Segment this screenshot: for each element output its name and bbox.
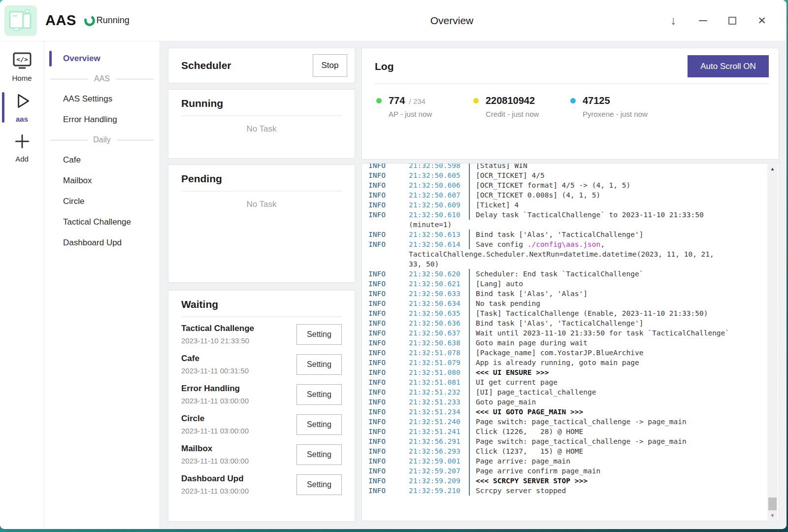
log-message: <<< UI GOTO PAGE_MAIN >>> [476,407,583,417]
log-level [368,259,409,269]
waiting-task-info: Error Handling2023-11-11 03:00:00 [181,384,249,405]
sidebar-item-aas[interactable]: aas [0,90,44,125]
waiting-task-next-run: 2023-11-11 03:00:00 [181,397,249,405]
maximize-icon [728,17,736,25]
log-separator [469,417,470,427]
sidebar-item-add[interactable]: Add [0,130,44,166]
waiting-task-row: Cafe2023-11-11 00:31:50Setting [181,349,342,379]
setting-button[interactable]: Setting [296,414,342,435]
log-time: 21:32:50.609 [409,200,469,210]
log-row: INFO21:32:50.613Bind task ['Alas', 'Tact… [368,230,763,239]
stat-suffix: / 234 [407,97,426,105]
setting-button[interactable]: Setting [296,324,342,345]
stat-value: 774 / 234 [389,95,472,106]
log-separator [469,466,470,476]
waiting-title: Waiting [181,299,342,310]
stat-label: Credit - just now [486,110,569,118]
nav-item-label: Tactical Challenge [63,217,131,227]
setting-button[interactable]: Setting [296,474,342,495]
sidebar-item-home[interactable]: </>Home [0,49,44,85]
log-time: 21:32:59.210 [409,486,469,496]
nav-item-tactical-challenge[interactable]: Tactical Challenge [44,212,160,233]
log-level: INFO [368,163,409,170]
nav-item-label: Overview [63,54,100,64]
close-button[interactable]: ✕ [756,15,768,27]
waiting-panel: Waiting Tactical Challenge2023-11-10 21:… [168,290,355,522]
log-level: INFO [368,446,409,456]
nav-item-aas-settings[interactable]: AAS Settings [44,89,160,109]
log-time: 21:32:50.605 [409,170,469,180]
log-time: 21:32:50.637 [409,328,469,338]
code-monitor-icon: </> [12,52,33,71]
waiting-task-next-run: 2023-11-10 21:33:50 [181,336,254,345]
log-message: App is already running, goto main page [476,358,639,367]
log-level: INFO [368,190,409,200]
log-separator [469,239,470,249]
arrow-down-icon: ↓ [670,13,677,28]
nav-item-error-handling[interactable]: Error Handling [44,109,160,130]
log-message: Scrcpy server stopped [476,486,566,496]
scrollbar-track[interactable]: ▲ ▼ [767,164,778,520]
log-row: INFO21:32:51.234<<< UI GOTO PAGE_MAIN >>… [368,407,763,417]
nav-section-label: Daily [93,135,111,144]
nav-item-cafe[interactable]: Cafe [44,150,160,170]
nav-section-label: AAS [94,74,110,83]
waiting-task-info: Dashboard Upd2023-11-11 03:00:00 [181,474,249,495]
log-row: INFO21:32:50.634No task pending [368,299,763,308]
nav-item-label: Cafe [63,155,81,165]
scrollbar-thumb[interactable] [768,498,777,510]
stat-dot-icon [473,98,479,103]
nav-item-overview[interactable]: Overview [44,48,160,69]
scroll-down-arrow-icon[interactable]: ▼ [767,513,778,518]
nav-item-mailbox[interactable]: Mailbox [44,170,160,191]
running-spinner-icon [83,13,97,27]
waiting-task-row: Dashboard Upd2023-11-11 03:00:00Setting [181,469,342,499]
log-level: INFO [368,180,409,190]
setting-button[interactable]: Setting [296,354,342,375]
setting-button[interactable]: Setting [296,444,342,465]
stop-button[interactable]: Stop [313,54,347,77]
log-time: 21:32:51.078 [409,348,469,358]
log-level: INFO [368,338,409,348]
log-row: INFO21:32:50.598[Status] WIN [368,163,763,170]
log-message: [OCR_TICKET] 4/5 [476,170,545,180]
stat-label: AP - just now [389,110,472,118]
log-separator [469,377,470,387]
maximize-button[interactable] [726,15,738,27]
nav-item-circle[interactable]: Circle [44,191,160,212]
log-message: TacticalChallenge.Scheduler.NextRun=date… [409,249,714,259]
log-level: INFO [368,476,409,486]
log-row: INFO21:32:59.210Scrcpy server stopped [368,486,763,496]
log-row: INFO21:32:50.605[OCR_TICKET] 4/5 [368,170,763,180]
log-message: Page switch: page_tactical_challenge -> … [476,436,687,446]
log-row: INFO21:32:50.635[Task] TacticalChallenge… [368,308,763,318]
log-row: TacticalChallenge.Scheduler.NextRun=date… [368,249,763,259]
app-name: AAS [45,12,76,29]
log-message: (minute=1) [409,220,452,230]
auto-scroll-toggle[interactable]: Auto Scroll ON [688,55,769,77]
log-message: Save config ./config\aas.json, [476,239,605,249]
scroll-up-arrow-icon[interactable]: ▲ [767,166,778,171]
minimize-button[interactable] [697,15,709,27]
nav-item-dashboard-upd[interactable]: Dashboard Upd [44,233,160,253]
log-message: UI get current page [476,377,558,387]
waiting-task-name: Tactical Challenge [181,324,254,333]
divider [181,115,342,116]
log-row: (minute=1) [368,220,763,230]
log-level: INFO [368,358,409,367]
update-button[interactable]: ↓ [667,15,679,27]
log-message: Goto main page during wait [476,338,588,348]
log-row: INFO21:32:51.080<<< UI ENSURE >>> [368,367,763,377]
waiting-task-name: Mailbox [181,444,249,454]
play-icon [13,92,32,112]
log-row: INFO21:32:50.621[Lang] auto [368,279,763,289]
waiting-task-name: Cafe [181,354,249,364]
setting-button[interactable]: Setting [296,384,342,405]
log-separator [469,269,470,279]
log-row: INFO21:32:59.001Page arrive: page_main [368,456,763,466]
log-time: 21:32:50.635 [409,308,469,318]
log-separator [469,308,470,318]
log-row: INFO21:32:50.620Scheduler: End task `Tac… [368,269,763,279]
log-time: 21:32:50.620 [409,269,469,279]
log-level: INFO [368,367,409,377]
